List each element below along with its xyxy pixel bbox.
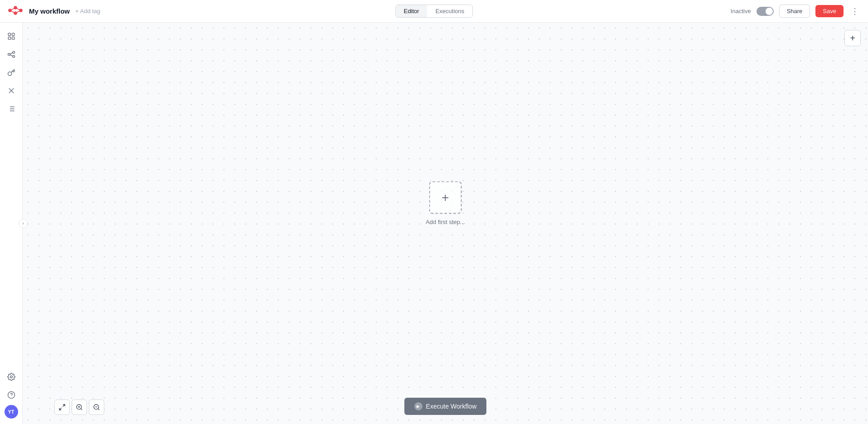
svg-line-29	[59, 408, 62, 410]
tab-executions[interactable]: Executions	[427, 5, 473, 17]
svg-point-13	[13, 51, 15, 54]
topbar-right: Inactive Share Save ⋮	[731, 5, 861, 18]
svg-rect-9	[12, 33, 14, 35]
zoom-in-button[interactable]	[72, 400, 87, 415]
sidebar-item-help[interactable]	[3, 387, 19, 403]
add-first-step-node[interactable]: + Add first step...	[426, 181, 465, 225]
tab-group: Editor Executions	[395, 5, 473, 18]
add-first-step-box[interactable]: +	[429, 181, 461, 214]
sidebar-item-nodes[interactable]	[3, 28, 19, 44]
toggle-knob	[766, 8, 773, 15]
svg-point-12	[8, 54, 10, 56]
main-layout: › YT +	[0, 23, 868, 424]
svg-point-14	[13, 55, 15, 58]
zoom-out-button[interactable]	[89, 400, 104, 415]
canvas-area[interactable]: + Add first step...	[23, 23, 868, 424]
fit-view-button[interactable]	[54, 400, 70, 415]
topbar: My workflow + Add tag Editor Executions …	[0, 0, 868, 23]
svg-rect-10	[8, 37, 10, 39]
sidebar-item-settings[interactable]	[3, 369, 19, 385]
more-options-button[interactable]: ⋮	[849, 5, 861, 18]
svg-point-25	[10, 376, 12, 378]
add-first-step-plus-icon: +	[441, 190, 449, 205]
svg-line-31	[81, 409, 82, 410]
svg-line-28	[63, 405, 65, 407]
avatar[interactable]: YT	[5, 405, 18, 419]
inactive-label: Inactive	[731, 8, 751, 15]
svg-line-15	[10, 53, 13, 54]
canvas-add-button[interactable]: +	[844, 30, 861, 46]
svg-line-16	[10, 55, 13, 56]
zoom-toolbar	[54, 400, 104, 415]
sidebar-bottom: YT	[3, 369, 19, 424]
execute-icon: ▶	[414, 402, 422, 410]
execute-workflow-button[interactable]: ▶ Execute Workflow	[404, 398, 487, 415]
sidebar: › YT	[0, 23, 23, 424]
svg-rect-11	[12, 37, 14, 39]
sidebar-item-connections[interactable]	[3, 46, 19, 63]
share-button[interactable]: Share	[779, 5, 810, 18]
svg-rect-8	[8, 33, 10, 35]
sidebar-item-variables[interactable]	[3, 83, 19, 99]
logo	[7, 5, 24, 18]
add-first-step-label: Add first step...	[426, 219, 465, 225]
save-button[interactable]: Save	[815, 5, 844, 17]
add-tag-button[interactable]: + Add tag	[75, 8, 100, 15]
sidebar-item-credentials[interactable]	[3, 64, 19, 81]
execute-workflow-label: Execute Workflow	[426, 403, 477, 410]
active-toggle[interactable]	[756, 7, 774, 16]
sidebar-collapse-button[interactable]: ›	[19, 219, 28, 228]
workflow-title: My workflow	[29, 7, 70, 15]
tab-editor[interactable]: Editor	[396, 5, 427, 17]
sidebar-item-executions[interactable]	[3, 101, 19, 117]
canvas-plus-icon: +	[850, 33, 855, 44]
svg-line-35	[98, 409, 99, 410]
